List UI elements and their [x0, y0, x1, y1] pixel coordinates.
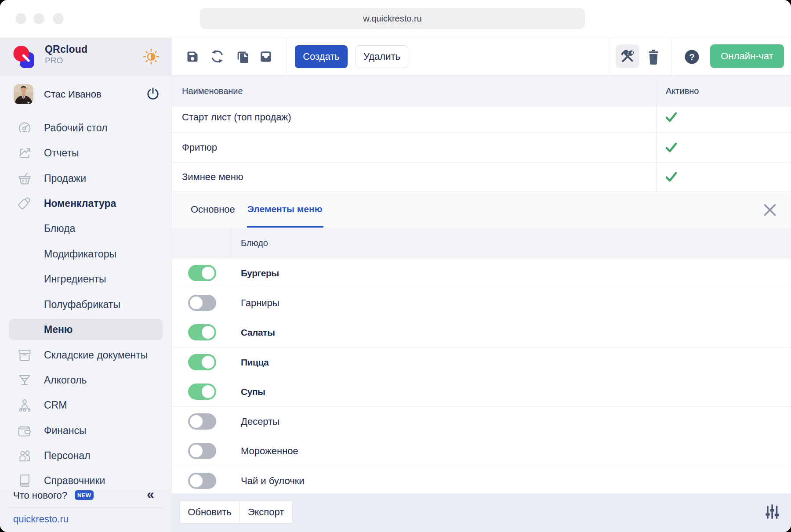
svg-text:?: ? [689, 52, 694, 62]
